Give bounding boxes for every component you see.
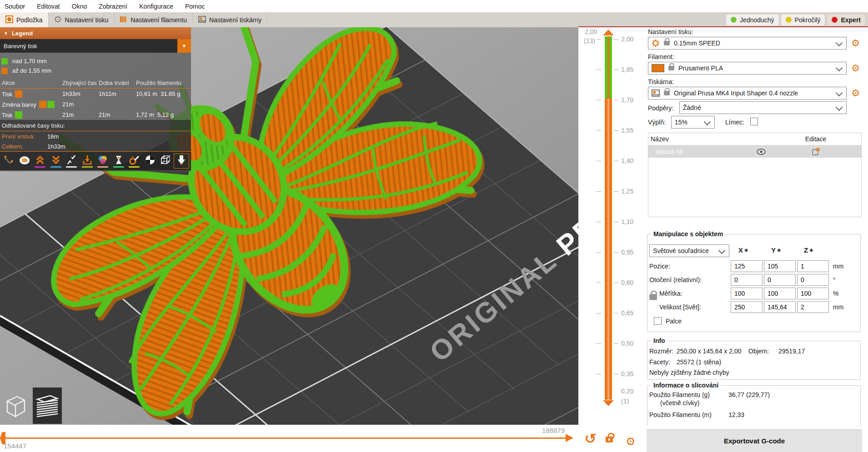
mode-jednoduchy[interactable]: Jednoduchý bbox=[726, 15, 779, 25]
tab-bar: Podložka Nastavení tisku Nastavení filam… bbox=[0, 12, 868, 27]
print-settings-gear-button[interactable]: ⚙ bbox=[850, 37, 862, 49]
menu-editovat[interactable]: Editovat bbox=[37, 3, 60, 10]
view-mode-value: Barevný tisk bbox=[0, 43, 37, 50]
layer-slider-upper-handle[interactable] bbox=[603, 30, 614, 35]
view-mode-dropdown[interactable]: Barevný tisk ▼ bbox=[0, 39, 191, 53]
expert-mode-dot-icon bbox=[832, 17, 838, 23]
moves-slider-max-arrow[interactable] bbox=[566, 434, 573, 442]
color-chip bbox=[47, 101, 55, 108]
coordinate-system-dropdown[interactable]: Světové souřadnice bbox=[649, 244, 729, 257]
size-x-input[interactable] bbox=[731, 301, 763, 313]
supports-dropdown[interactable]: Žádné bbox=[679, 101, 847, 114]
infill-label: Výplň: bbox=[648, 119, 666, 126]
legend-title: Legend bbox=[12, 30, 33, 37]
menu-zobrazeni[interactable]: Zobrazení bbox=[99, 3, 127, 10]
volume-label: Objem: bbox=[748, 348, 769, 355]
scale-y-input[interactable] bbox=[764, 288, 796, 299]
supports-label: Podpěry: bbox=[648, 104, 673, 112]
tab-podlozka[interactable]: Podložka bbox=[0, 12, 49, 27]
inches-checkbox[interactable] bbox=[654, 317, 662, 325]
position-y-input[interactable] bbox=[764, 260, 796, 272]
menu-konfigurace[interactable]: Konfigurace bbox=[139, 3, 173, 10]
uniform-scale-lock-icon[interactable] bbox=[649, 294, 657, 300]
scale-z-input[interactable] bbox=[797, 288, 829, 299]
retractions-icon[interactable] bbox=[33, 154, 47, 168]
custom-gcodes-icon[interactable] bbox=[127, 154, 141, 168]
filament-g-value: 36,77 (229,77) bbox=[728, 391, 770, 398]
position-z-input[interactable] bbox=[797, 260, 829, 272]
infill-dropdown[interactable]: 15% bbox=[671, 116, 715, 129]
object-list-header: Název Editace bbox=[648, 133, 861, 145]
mode-label: Expert bbox=[841, 16, 861, 24]
slider-settings-gear-icon[interactable]: ⚙ bbox=[626, 435, 636, 448]
size-y-input[interactable] bbox=[764, 301, 796, 313]
feature-toggle-bar bbox=[0, 152, 191, 170]
platter-icon bbox=[5, 15, 13, 25]
slicing-info-title: Informace o slicování bbox=[651, 382, 721, 389]
moves-slider-track[interactable] bbox=[3, 437, 567, 439]
rotation-z-input[interactable] bbox=[797, 274, 829, 286]
tab-label: Podložka bbox=[16, 16, 43, 24]
mode-pokrocily[interactable]: Pokročilý bbox=[781, 15, 825, 25]
print-settings-combo[interactable]: 0.15mm SPEED bbox=[648, 37, 847, 50]
unlock-icon[interactable] bbox=[606, 437, 613, 442]
pause-prints-icon[interactable] bbox=[112, 154, 125, 168]
filament-color-swatch bbox=[652, 64, 664, 72]
travels-icon[interactable] bbox=[2, 154, 15, 168]
position-indicator-icon: ⌖ bbox=[809, 246, 813, 254]
lock-icon bbox=[664, 41, 670, 45]
layers-view-button[interactable] bbox=[33, 387, 62, 424]
filament-combo[interactable]: Prusament PLA bbox=[648, 62, 847, 75]
bounding-box-icon[interactable] bbox=[159, 154, 172, 168]
brim-checkbox[interactable] bbox=[750, 118, 758, 125]
tab-nastaveni-tisku[interactable]: Nastavení tisku bbox=[49, 12, 115, 27]
chevron-down-icon bbox=[704, 119, 711, 126]
tab-label: Nastavení filamentu bbox=[130, 16, 187, 24]
chevron-down-icon bbox=[718, 247, 726, 254]
mode-expert[interactable]: Expert bbox=[827, 15, 865, 25]
scale-x-input[interactable] bbox=[731, 288, 763, 299]
tab-nastaveni-filamentu[interactable]: Nastavení filamentu bbox=[114, 12, 193, 27]
menu-pomoc[interactable]: Pomoc bbox=[185, 3, 205, 10]
rotation-y-input[interactable] bbox=[764, 274, 796, 286]
center-of-mass-icon[interactable] bbox=[143, 154, 157, 168]
rotation-x-input[interactable] bbox=[731, 274, 763, 286]
printer-combo[interactable]: Original Prusa MK4 Input Shaper 0.4 nozz… bbox=[648, 87, 847, 99]
seams-icon[interactable] bbox=[65, 154, 78, 168]
table-row: Tisk 1h33m 1h11m 10,61 m 31,65 g bbox=[0, 89, 191, 99]
legend-header[interactable]: ▼ Legend bbox=[0, 27, 191, 39]
edit-icon[interactable] bbox=[770, 148, 861, 156]
extruder-icon[interactable] bbox=[175, 154, 188, 168]
menu-soubor[interactable]: Soubor bbox=[5, 3, 25, 10]
layer-slider-track[interactable] bbox=[605, 36, 612, 400]
mode-label: Pokročilý bbox=[795, 16, 821, 24]
color-swatch bbox=[1, 68, 8, 74]
simple-mode-dot-icon bbox=[731, 17, 737, 23]
filament-gear-button[interactable]: ⚙ bbox=[850, 62, 862, 74]
wipe-icon[interactable] bbox=[18, 154, 31, 168]
moves-max-value: 188879 bbox=[542, 427, 565, 434]
tool-changes-icon[interactable] bbox=[96, 154, 110, 168]
model-status: Nebyly zjištěny žádné chyby bbox=[649, 369, 729, 376]
layer-slider-lower-handle[interactable] bbox=[603, 400, 614, 406]
brim-label: Límec: bbox=[725, 119, 744, 126]
tab-label: Nastavení tiskárny bbox=[209, 16, 261, 24]
menu-okno[interactable]: Okno bbox=[72, 3, 87, 10]
size-z-input[interactable] bbox=[797, 301, 829, 313]
tab-nastaveni-tiskarny[interactable]: Nastavení tiskárny bbox=[193, 12, 267, 27]
dropdown-arrow-icon[interactable]: ▼ bbox=[177, 39, 191, 53]
filament-value: Prusament PLA bbox=[678, 65, 723, 72]
position-indicator-icon: ⌖ bbox=[744, 246, 748, 254]
undo-icon[interactable]: ↺ bbox=[584, 431, 596, 447]
gear-icon bbox=[652, 39, 660, 47]
mode-switcher: Jednoduchý Pokročilý Expert bbox=[726, 12, 868, 27]
deretractions-icon[interactable] bbox=[49, 154, 63, 168]
printer-gear-button[interactable]: ⚙ bbox=[850, 87, 862, 99]
export-gcode-button[interactable]: Exportovat G-code bbox=[647, 429, 862, 452]
eye-icon[interactable] bbox=[752, 149, 770, 155]
color-changes-icon[interactable] bbox=[80, 154, 94, 168]
object-row[interactable]: mouch.stl bbox=[648, 145, 861, 158]
3d-view-button[interactable] bbox=[1, 387, 30, 424]
3d-viewport[interactable]: ORIGINAL PRUSA bbox=[0, 27, 578, 452]
position-x-input[interactable] bbox=[731, 260, 763, 272]
